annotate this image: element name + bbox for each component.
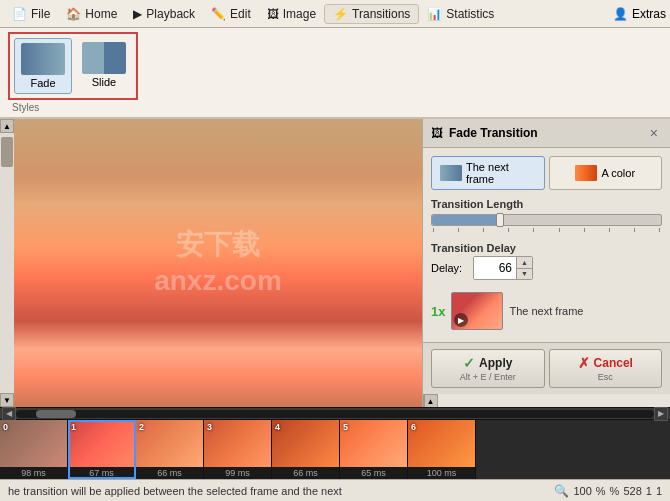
panel-scroll-up[interactable]: ▲ bbox=[424, 394, 438, 407]
cancel-shortcut: Esc bbox=[598, 372, 613, 382]
scene-room bbox=[14, 119, 422, 407]
spinner-down[interactable]: ▼ bbox=[516, 268, 532, 280]
size-height: 1 bbox=[646, 485, 652, 497]
film-number-0: 0 bbox=[3, 422, 8, 432]
cancel-button[interactable]: ✗ Cancel Esc bbox=[549, 349, 663, 388]
zoom-icon: 🔍 bbox=[554, 484, 569, 498]
transition-length-slider[interactable] bbox=[431, 214, 662, 226]
menu-home[interactable]: 🏠 Home bbox=[58, 5, 125, 23]
menu-image[interactable]: 🖼 Image bbox=[259, 5, 324, 23]
slide-label: Slide bbox=[92, 76, 116, 88]
play-btn[interactable]: ▶ bbox=[454, 313, 468, 327]
checkmark-icon: ✓ bbox=[463, 355, 475, 371]
film-thumb-6 bbox=[408, 420, 475, 467]
film-thumb-0 bbox=[0, 420, 67, 467]
size-extra: 1 bbox=[656, 485, 662, 497]
transition-delay-section: Transition Delay Delay: ▲ ▼ bbox=[431, 242, 662, 280]
status-bar: he transition will be applied between th… bbox=[0, 479, 670, 501]
film-frame-4[interactable]: 66 ms 4 bbox=[272, 420, 340, 479]
cancel-label: Cancel bbox=[594, 356, 633, 370]
timeline-scroll-right[interactable]: ▶ bbox=[654, 407, 668, 421]
tick-6 bbox=[584, 228, 585, 232]
timeline-area: ◀ ▶ 98 ms 0 67 ms 1 66 ms 2 99 ms 3 bbox=[0, 407, 670, 479]
menu-edit[interactable]: ✏️ Edit bbox=[203, 5, 259, 23]
tab-next-frame[interactable]: The next frame bbox=[431, 156, 545, 190]
film-frame-1[interactable]: 67 ms 1 bbox=[68, 420, 136, 479]
menu-statistics[interactable]: 📊 Statistics bbox=[419, 5, 502, 23]
cross-icon: ✗ bbox=[578, 355, 590, 371]
extras-label[interactable]: Extras bbox=[632, 7, 666, 21]
scroll-up-btn[interactable]: ▲ bbox=[0, 119, 14, 133]
tab-color-label: A color bbox=[601, 167, 635, 179]
percent-sign: % bbox=[610, 485, 620, 497]
menu-playback[interactable]: ▶ Playback bbox=[125, 5, 203, 23]
timeline-scroll-left[interactable]: ◀ bbox=[2, 407, 16, 421]
toolbar-area: Fade Slide Styles bbox=[0, 28, 670, 119]
preview-badge: 1x bbox=[431, 304, 445, 319]
delay-spinner[interactable]: ▲ ▼ bbox=[473, 256, 533, 280]
tab-color[interactable]: A color bbox=[549, 156, 663, 190]
menu-bar: 📄 File 🏠 Home ▶ Playback ✏️ Edit 🖼 Image… bbox=[0, 0, 670, 28]
film-frame-2[interactable]: 66 ms 2 bbox=[136, 420, 204, 479]
fade-thumbnail bbox=[21, 43, 65, 75]
panel-body: The next frame A color Transition Length bbox=[423, 148, 670, 342]
tab-thumb-preview bbox=[440, 165, 462, 181]
panel-header: 🖼 Fade Transition × bbox=[423, 119, 670, 148]
apply-shortcut: Alt + E / Enter bbox=[460, 372, 516, 382]
tab-row: The next frame A color bbox=[431, 156, 662, 190]
transition-delay-label: Transition Delay bbox=[431, 242, 662, 254]
panel-scroll-right: ▲ ▼ bbox=[423, 394, 437, 407]
preview-thumb-row: 1x ▶ The next frame bbox=[431, 288, 662, 334]
film-frame-5[interactable]: 65 ms 5 bbox=[340, 420, 408, 479]
slide-thumbnail bbox=[82, 42, 126, 74]
film-frame-6[interactable]: 100 ms 6 bbox=[408, 420, 476, 479]
styles-label: Styles bbox=[8, 102, 39, 113]
tab-color-swatch bbox=[575, 165, 597, 181]
menu-file[interactable]: 📄 File bbox=[4, 5, 58, 23]
filmstrip: 98 ms 0 67 ms 1 66 ms 2 99 ms 3 66 ms 4 … bbox=[0, 420, 670, 479]
tab-next-frame-label: The next frame bbox=[466, 161, 536, 185]
panel-title: Fade Transition bbox=[449, 126, 640, 140]
tick-7 bbox=[609, 228, 610, 232]
status-zoom: 🔍 100 % % 528 1 1 bbox=[554, 484, 662, 498]
edit-icon: ✏️ bbox=[211, 7, 226, 21]
tick-0 bbox=[433, 228, 434, 232]
slider-ticks bbox=[431, 228, 662, 234]
apply-button[interactable]: ✓ Apply Alt + E / Enter bbox=[431, 349, 545, 388]
film-frame-0[interactable]: 98 ms 0 bbox=[0, 420, 68, 479]
scroll-track bbox=[0, 133, 14, 393]
preview-thumbnail: ▶ bbox=[451, 292, 503, 330]
transition-length-label: Transition Length bbox=[431, 198, 662, 210]
styles-section: Fade Slide Styles bbox=[8, 32, 138, 113]
style-slide[interactable]: Slide bbox=[76, 38, 132, 94]
film-number-6: 6 bbox=[411, 422, 416, 432]
preview-area: 安下载anxz.com bbox=[14, 119, 422, 407]
h-scroll-thumb bbox=[36, 410, 76, 418]
film-label-6: 100 ms bbox=[408, 467, 475, 479]
home-icon: 🏠 bbox=[66, 7, 81, 21]
tick-2 bbox=[483, 228, 484, 232]
film-frame-3[interactable]: 99 ms 3 bbox=[204, 420, 272, 479]
film-label-3: 99 ms bbox=[204, 467, 271, 479]
film-label-0: 98 ms bbox=[0, 467, 67, 479]
transitions-icon: ⚡ bbox=[333, 7, 348, 21]
spinner-btns: ▲ ▼ bbox=[516, 257, 532, 279]
spinner-up[interactable]: ▲ bbox=[516, 257, 532, 268]
menu-transitions[interactable]: ⚡ Transitions bbox=[324, 4, 419, 24]
panel-close-btn[interactable]: × bbox=[646, 125, 662, 141]
timeline-h-scroll[interactable]: ◀ ▶ bbox=[0, 408, 670, 420]
scroll-down-btn[interactable]: ▼ bbox=[0, 393, 14, 407]
preview-thumb-label: The next frame bbox=[509, 305, 583, 317]
tick-8 bbox=[634, 228, 635, 232]
slider-thumb[interactable] bbox=[496, 213, 504, 227]
film-thumb-1 bbox=[68, 420, 135, 467]
film-label-5: 65 ms bbox=[340, 467, 407, 479]
preview-scroll-left[interactable]: ▲ ▼ bbox=[0, 119, 14, 407]
delay-input[interactable] bbox=[474, 257, 516, 279]
status-message: he transition will be applied between th… bbox=[8, 485, 342, 497]
film-thumb-5 bbox=[340, 420, 407, 467]
size-width: 528 bbox=[623, 485, 641, 497]
tick-5 bbox=[559, 228, 560, 232]
film-label-2: 66 ms bbox=[136, 467, 203, 479]
style-fade[interactable]: Fade bbox=[14, 38, 72, 94]
